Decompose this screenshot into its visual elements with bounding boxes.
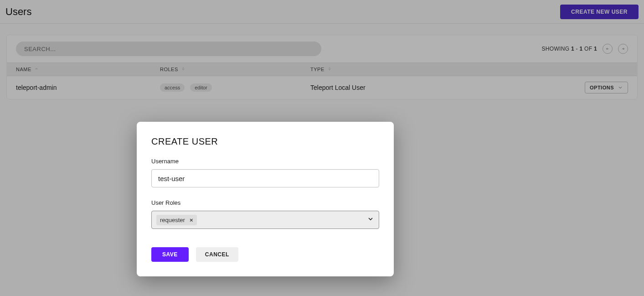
username-label: Username — [151, 158, 379, 165]
role-tag-label: requester — [160, 217, 185, 223]
role-tag: requester × — [156, 215, 197, 225]
user-roles-label: User Roles — [151, 199, 379, 206]
save-button[interactable]: SAVE — [151, 247, 189, 262]
dialog-title: CREATE USER — [151, 136, 379, 147]
dialog-actions: SAVE CANCEL — [151, 247, 379, 262]
username-input[interactable] — [151, 169, 379, 187]
chevron-down-icon — [367, 215, 374, 224]
create-user-dialog: CREATE USER Username User Roles requeste… — [137, 122, 394, 276]
remove-role-icon[interactable]: × — [190, 217, 193, 223]
user-roles-select[interactable]: requester × — [151, 211, 379, 229]
modal-overlay[interactable]: CREATE USER Username User Roles requeste… — [0, 0, 644, 296]
cancel-button[interactable]: CANCEL — [196, 247, 238, 262]
